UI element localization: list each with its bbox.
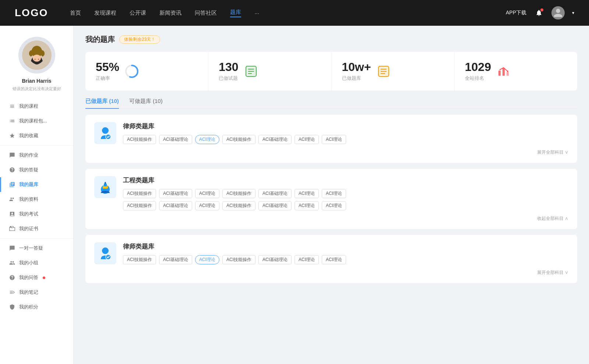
tag-item[interactable]: ACI理论 — [322, 255, 346, 264]
svg-rect-27 — [105, 182, 106, 184]
stat-correct-rate: 55% 正确率 — [85, 52, 208, 90]
stat-value: 55% — [96, 61, 119, 74]
tag-item[interactable]: ACI理论 — [195, 189, 219, 198]
sidebar-item-homework[interactable]: 我的作业 — [0, 148, 73, 163]
sidebar-item-package[interactable]: 我的课程包... — [0, 114, 73, 128]
qbank-icon-lawyer2 — [94, 242, 116, 264]
tag-item[interactable]: ACI基础理论 — [258, 135, 292, 144]
expand-link-1[interactable]: 收起全部科目 ∧ — [94, 215, 568, 222]
nav-discover[interactable]: 发现课程 — [94, 10, 116, 17]
tag-item[interactable]: ACI基础理论 — [159, 255, 192, 264]
tags-row-1-bottom: ACI技能操作 ACI基础理论 ACI理论 ACI技能操作 ACI基础理论 AC… — [123, 201, 568, 210]
qbank-card-0: 律师类题库 ACI技能操作 ACI基础理论 ACI理论 ACI技能操作 ACI基… — [85, 115, 577, 163]
tab-done-banks[interactable]: 已做题库 (10) — [85, 98, 119, 108]
tag-item-active[interactable]: ACI理论 — [195, 135, 219, 144]
sidebar-item-label: 我的考试 — [19, 211, 38, 217]
sidebar: Brian Harris 错误的决定比没有决定要好 我的课程 我的课程包... — [0, 26, 74, 364]
tag-item[interactable]: ACI理论 — [294, 135, 319, 144]
tag-item[interactable]: ACI技能操作 — [123, 201, 156, 210]
sidebar-item-questions[interactable]: 我的问答 — [0, 270, 73, 285]
sidebar-item-bank[interactable]: 我的题库 — [0, 177, 73, 192]
sidebar-item-course[interactable]: 我的课程 — [0, 99, 73, 114]
sidebar-item-one-on-one[interactable]: 一对一答疑 — [0, 241, 73, 256]
sidebar-item-exam[interactable]: 我的考试 — [0, 207, 73, 221]
stat-label: 已做试题 — [219, 75, 238, 82]
tag-item[interactable]: ACI理论 — [322, 201, 346, 210]
svg-point-28 — [102, 247, 109, 254]
sidebar-item-label: 我的小组 — [19, 260, 38, 266]
nav-menu: 首页 发现课程 公开课 新闻资讯 问答社区 题库 ··· — [70, 9, 506, 17]
one-on-one-icon — [9, 245, 15, 251]
tag-item[interactable]: ACI技能操作 — [222, 189, 255, 198]
qbank-title: 律师类题库 — [123, 242, 568, 251]
tab-available-banks[interactable]: 可做题库 (10) — [129, 98, 163, 108]
user-motto: 错误的决定比没有决定要好 — [9, 86, 65, 92]
tag-item-active[interactable]: ACI理论 — [195, 255, 219, 264]
qbank-header: 律师类题库 ACI技能操作 ACI基础理论 ACI理论 ACI技能操作 ACI基… — [94, 242, 568, 264]
done-questions-icon — [244, 64, 258, 79]
user-avatar-nav[interactable] — [551, 6, 565, 19]
tag-item[interactable]: ACI基础理论 — [159, 135, 192, 144]
tag-item[interactable]: ACI理论 — [322, 135, 346, 144]
stat-value: 1029 — [465, 61, 491, 74]
tag-item[interactable]: ACI基础理论 — [159, 189, 192, 198]
sidebar-item-favorites[interactable]: 我的收藏 — [0, 128, 73, 143]
nav-bank[interactable]: 题库 — [230, 9, 241, 17]
sidebar-item-label: 我的收藏 — [19, 132, 38, 139]
sidebar-item-label: 一对一答疑 — [19, 245, 43, 251]
logo: LOGO — [15, 7, 48, 19]
qbank-tags-section: 工程类题库 ACI技能操作 ACI基础理论 ACI理论 ACI技能操作 ACI基… — [123, 176, 568, 210]
user-dropdown-arrow[interactable]: ▾ — [572, 10, 574, 15]
nav-qa[interactable]: 问答社区 — [195, 10, 217, 17]
question-icon — [9, 167, 15, 173]
nav-home[interactable]: 首页 — [70, 10, 81, 17]
note-icon — [9, 289, 15, 296]
tag-item[interactable]: ACI理论 — [322, 189, 346, 198]
sidebar-item-qa[interactable]: 我的答疑 — [0, 163, 73, 177]
tag-item[interactable]: ACI技能操作 — [123, 189, 156, 198]
sidebar-item-points[interactable]: 我的积分 — [0, 300, 73, 314]
sidebar-item-cert[interactable]: 我的证书 — [0, 221, 73, 236]
avatar-image — [22, 40, 52, 70]
tag-item[interactable]: ACI理论 — [195, 201, 219, 210]
tag-item[interactable]: ACI技能操作 — [222, 201, 255, 210]
tag-item[interactable]: ACI技能操作 — [123, 255, 156, 264]
points-icon — [9, 304, 15, 310]
tags-row-1-top: ACI技能操作 ACI基础理论 ACI理论 ACI技能操作 ACI基础理论 AC… — [123, 189, 568, 198]
qbank-header: 工程类题库 ACI技能操作 ACI基础理论 ACI理论 ACI技能操作 ACI基… — [94, 176, 568, 210]
expand-link-2[interactable]: 展开全部科目 ∨ — [94, 270, 568, 276]
notification-bell[interactable] — [534, 8, 544, 18]
tag-item[interactable]: ACI基础理论 — [258, 201, 292, 210]
app-download-btn[interactable]: APP下载 — [506, 10, 526, 16]
nav-news[interactable]: 新闻资讯 — [159, 10, 181, 17]
tag-item[interactable]: ACI理论 — [294, 201, 319, 210]
tag-item[interactable]: ACI基础理论 — [258, 189, 292, 198]
nav-open-course[interactable]: 公开课 — [130, 10, 146, 17]
group-icon — [9, 260, 15, 266]
sidebar-item-data[interactable]: 我的资料 — [0, 192, 73, 207]
svg-rect-17 — [498, 71, 501, 76]
package-icon — [9, 118, 15, 124]
sidebar-menu: 我的课程 我的课程包... 我的收藏 我的作业 — [0, 99, 73, 314]
data-icon — [9, 196, 15, 203]
sidebar-item-label: 我的题库 — [19, 181, 38, 188]
expand-link-0[interactable]: 展开全部科目 ∨ — [94, 149, 568, 156]
sidebar-item-label: 我的资料 — [19, 196, 38, 203]
svg-rect-18 — [502, 68, 505, 76]
tag-item[interactable]: ACI技能操作 — [222, 135, 255, 144]
tag-item[interactable]: ACI理论 — [294, 189, 319, 198]
svg-point-21 — [102, 127, 109, 134]
stat-label: 已做题库 — [342, 75, 371, 82]
tag-item[interactable]: ACI技能操作 — [123, 135, 156, 144]
tag-item[interactable]: ACI基础理论 — [159, 201, 192, 210]
sidebar-item-label: 我的笔记 — [19, 289, 38, 296]
qbank-tags-section: 律师类题库 ACI技能操作 ACI基础理论 ACI理论 ACI技能操作 ACI基… — [123, 122, 568, 144]
sidebar-item-group[interactable]: 我的小组 — [0, 256, 73, 270]
qbank-title: 律师类题库 — [123, 122, 568, 131]
tag-item[interactable]: ACI基础理论 — [258, 255, 292, 264]
sidebar-item-notes[interactable]: 我的笔记 — [0, 285, 73, 300]
nav-more[interactable]: ··· — [254, 10, 259, 16]
tag-item[interactable]: ACI理论 — [294, 255, 319, 264]
tag-item[interactable]: ACI技能操作 — [222, 255, 255, 264]
qbank-icon-lawyer — [94, 122, 116, 144]
